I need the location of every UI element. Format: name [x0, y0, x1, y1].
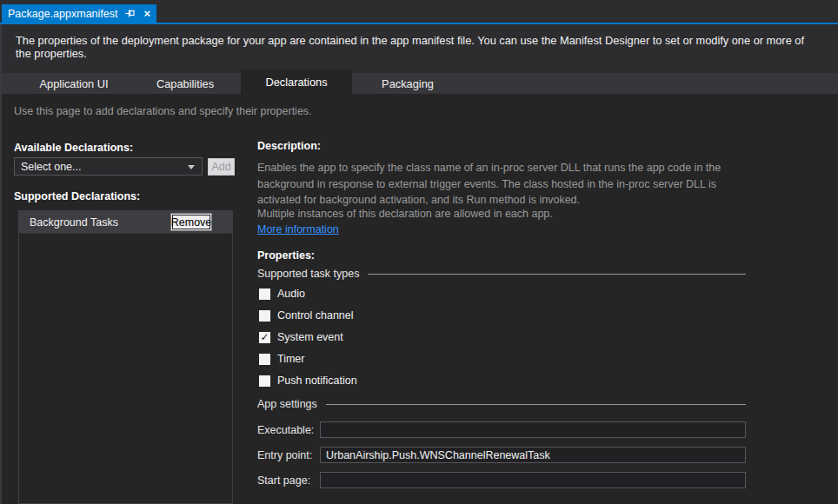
checkbox-row-push-notification: ✓ Push notification — [259, 374, 357, 388]
entry-point-field-row: Entry point: — [257, 447, 746, 463]
checkbox-row-control-channel: ✓ Control channel — [259, 308, 354, 322]
description-text: Enables the app to specify the class nam… — [257, 160, 760, 209]
entry-point-label: Entry point: — [257, 449, 320, 461]
app-settings-label: App settings — [257, 398, 317, 410]
description-label: Description: — [257, 140, 321, 152]
dropdown-selected-value: Select one... — [21, 161, 82, 173]
supported-declarations-label: Supported Declarations: — [14, 190, 140, 202]
available-declarations-dropdown[interactable]: Select one... — [14, 157, 203, 176]
audio-checkbox-label: Audio — [277, 288, 305, 300]
control-channel-checkbox[interactable]: ✓ — [259, 310, 270, 322]
document-tab[interactable]: Package.appxmanifest × — [2, 4, 156, 23]
manifest-designer: Package.appxmanifest × The properties of… — [0, 0, 838, 504]
checkbox-row-audio: ✓ Audio — [259, 287, 305, 301]
audio-checkbox[interactable]: ✓ — [259, 288, 270, 300]
executable-input[interactable] — [320, 421, 746, 438]
designer-tab-strip: Application UI Capabilities Declarations… — [0, 73, 838, 94]
list-item-background-tasks[interactable]: Background Tasks Remove — [19, 211, 232, 234]
properties-label: Properties: — [257, 249, 315, 262]
designer-tabs: Application UI Capabilities Declarations… — [18, 73, 463, 94]
check-icon: ✓ — [260, 333, 269, 342]
close-icon[interactable]: × — [143, 8, 150, 19]
chevron-down-icon — [188, 165, 195, 169]
tab-capabilities[interactable]: Capabilities — [130, 73, 241, 94]
checkbox-row-system-event: ✓ System event — [259, 330, 343, 344]
group-divider — [368, 274, 746, 275]
group-divider — [326, 404, 746, 405]
tab-declarations[interactable]: Declarations — [241, 70, 352, 94]
description-note: Multiple instances of this declaration a… — [257, 208, 553, 220]
available-declarations-label: Available Declarations: — [14, 142, 133, 154]
system-event-checkbox[interactable]: ✓ — [259, 332, 270, 343]
more-information-link[interactable]: More information — [257, 223, 339, 235]
pin-icon[interactable] — [125, 9, 136, 18]
app-settings-group: App settings — [257, 397, 746, 411]
declarations-page: Use this page to add declarations and sp… — [0, 94, 838, 504]
system-event-checkbox-label: System event — [277, 331, 343, 343]
document-tab-bar: Package.appxmanifest × — [0, 0, 838, 24]
checkbox-row-timer: ✓ Timer — [259, 352, 304, 366]
executable-field-row: Executable: — [257, 421, 746, 438]
push-notification-checkbox[interactable]: ✓ — [259, 375, 270, 387]
add-button[interactable]: Add — [208, 158, 235, 176]
page-instruction: Use this page to add declarations and sp… — [14, 105, 312, 117]
entry-point-input[interactable] — [320, 447, 746, 463]
manifest-header-text: The properties of the deployment package… — [16, 34, 822, 60]
push-notification-checkbox-label: Push notification — [277, 375, 357, 387]
list-item-label: Background Tasks — [30, 216, 118, 229]
supported-declarations-list: Background Tasks Remove — [18, 210, 233, 504]
timer-checkbox-label: Timer — [277, 353, 304, 365]
control-channel-checkbox-label: Control channel — [277, 309, 354, 322]
remove-button[interactable]: Remove — [170, 213, 212, 231]
start-page-input[interactable] — [320, 472, 746, 488]
manifest-header: The properties of the deployment package… — [0, 24, 838, 73]
supported-task-types-label: Supported task types — [257, 268, 359, 280]
executable-label: Executable: — [257, 424, 320, 436]
tab-packaging[interactable]: Packaging — [352, 73, 463, 94]
tab-application-ui[interactable]: Application UI — [18, 73, 130, 94]
start-page-label: Start page: — [257, 474, 320, 487]
document-tab-title: Package.appxmanifest — [8, 8, 117, 20]
timer-checkbox[interactable]: ✓ — [259, 354, 270, 365]
supported-task-types-group: Supported task types — [257, 267, 746, 281]
start-page-field-row: Start page: — [257, 472, 746, 488]
